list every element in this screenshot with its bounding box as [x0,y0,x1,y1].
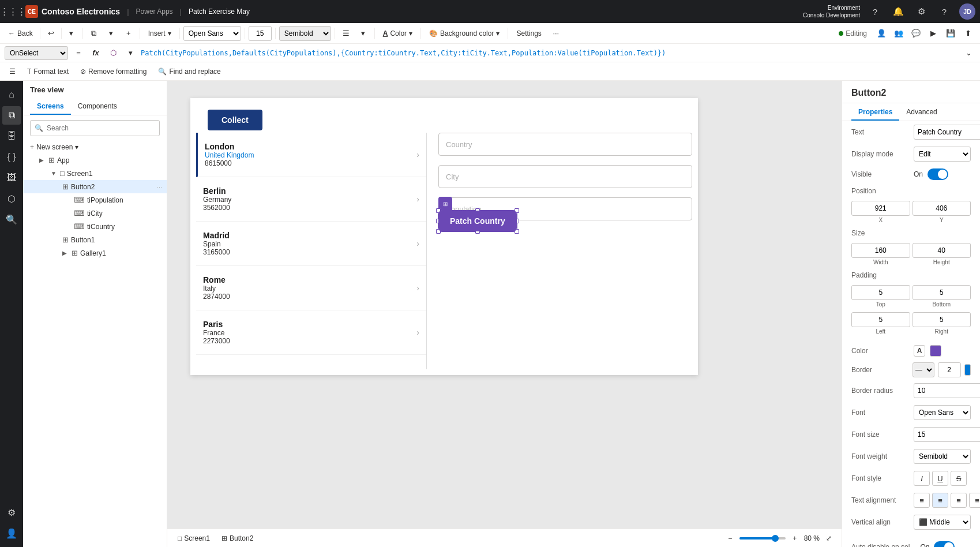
tab-advanced[interactable]: Advanced [899,103,944,121]
pad-left-input[interactable] [851,312,910,327]
align-justify-button[interactable]: ≡ [969,493,980,508]
bg-color-button[interactable]: 🎨 Background color ▾ [425,27,504,40]
save-icon[interactable]: 💾 [943,26,958,41]
vertical-align-select[interactable]: ⬛ Middle [914,515,971,530]
bottom-screen1[interactable]: □ Screen1 [174,533,213,544]
property-select[interactable]: OnSelect [5,46,68,60]
tree-search-input[interactable] [30,120,160,136]
pad-right-input[interactable] [913,312,971,327]
collect-button[interactable]: Collect [208,110,262,130]
pos-y-input[interactable] [913,201,971,216]
list-item-london[interactable]: London United Kingdom 8615000 › [196,133,426,177]
undo-button[interactable]: ↩ [44,26,59,41]
list-item-madrid[interactable]: Madrid Spain 3165000 › [196,222,426,266]
align-left-button[interactable]: ≡ [914,493,930,508]
zoom-slider-thumb[interactable] [772,535,779,542]
list-item-berlin[interactable]: Berlin Germany 3562000 › [196,177,426,222]
play-icon[interactable]: ▶ [926,26,941,41]
zoom-slider[interactable] [739,537,786,539]
width-input[interactable] [851,243,910,258]
underline-button[interactable]: U [932,471,948,486]
align-dropdown[interactable]: ▾ [356,26,371,41]
formula-input[interactable] [141,46,958,60]
align-center-button[interactable]: ≡ [932,493,948,508]
question-icon[interactable]: ? [936,3,952,20]
tree-item-ticity[interactable]: ⌨ tiCity [23,207,167,220]
undo-dropdown[interactable]: ▾ [64,26,79,41]
copy-button[interactable]: ⧉ [87,26,102,41]
color-swatch-btn[interactable] [930,345,941,357]
home-icon[interactable]: ⌂ [2,85,21,104]
media-icon[interactable]: 🖼 [2,168,21,187]
display-mode-select[interactable]: Edit [914,147,971,162]
formula-expand[interactable]: ⌄ [962,46,975,60]
align-right-button[interactable]: ≡ [951,493,967,508]
avatar[interactable]: JD [959,3,975,20]
color-button[interactable]: A Color ▾ [378,27,417,40]
account-left-icon[interactable]: 👤 [2,524,21,542]
height-input[interactable] [913,243,971,258]
border-radius-input[interactable] [914,383,980,398]
pos-x-input[interactable] [851,201,910,216]
tree-item-ticountry[interactable]: ⌨ tiCountry [23,220,167,233]
tree-item-screen1[interactable]: ▼ □ Screen1 [23,167,167,180]
tree-item-gallery1[interactable]: ▶ ⊞ Gallery1 [23,246,167,260]
add-button[interactable]: + [121,26,136,41]
settings-icon[interactable]: ⚙ [913,3,929,20]
strikethrough-button[interactable]: S [951,471,967,486]
variables-icon[interactable]: { } [2,148,21,166]
find-replace-button[interactable]: 🔍 Find and replace [153,65,225,78]
back-button[interactable]: ← Back [5,27,36,40]
tree-item-tipopulation[interactable]: ⌨ tiPopulation [23,193,167,207]
insert-button[interactable]: Insert ▾ [144,27,176,40]
tree-item-app[interactable]: ▶ ⊞ App [23,153,167,167]
settings-left-icon[interactable]: ⚙ [2,503,21,522]
font-prop-select[interactable]: Open Sans [914,405,971,420]
people-icon[interactable]: 👥 [891,26,906,41]
grid-icon[interactable]: ⋮⋮⋮ [5,3,21,20]
new-screen-button[interactable]: + New screen ▾ [23,141,167,153]
tab-components[interactable]: Components [71,99,124,115]
person-icon[interactable]: 👤 [874,26,889,41]
tab-properties[interactable]: Properties [851,103,899,121]
bottom-button2[interactable]: ⊞ Button2 [218,533,257,544]
format-text-button[interactable]: T Format text [22,65,73,78]
zoom-out-button[interactable]: − [724,533,736,544]
patch-country-button[interactable]: Patch Country [438,211,517,231]
font-size-input[interactable] [249,26,272,41]
tree-item-button1[interactable]: ⊞ Button1 [23,233,167,246]
button2-more[interactable]: ··· [157,183,162,190]
tab-screens[interactable]: Screens [30,99,71,115]
font-size-prop-input[interactable] [914,427,980,442]
text-prop-input[interactable] [914,125,980,140]
border-style-select[interactable]: — [913,362,934,377]
border-width-input[interactable] [938,362,961,377]
font-weight-select[interactable]: Semibold [279,26,331,41]
layers-icon[interactable]: ⧉ [2,106,21,125]
auto-disable-toggle[interactable] [934,541,955,547]
components-icon[interactable]: ⬡ [2,189,21,208]
tree-item-button2[interactable]: ⊞ Button2 ··· [23,180,167,193]
italic-button[interactable]: I [914,471,930,486]
fit-screen-button[interactable]: ⤢ [823,533,835,544]
more-options[interactable]: ··· [549,26,564,41]
visible-toggle[interactable] [928,168,948,180]
pad-top-input[interactable] [851,285,910,300]
remove-formatting-button[interactable]: ⊘ Remove formatting [76,65,151,78]
notification-icon[interactable]: 🔔 [890,3,906,20]
zoom-in-button[interactable]: + [789,533,801,544]
font-weight-prop-select[interactable]: Semibold [914,449,971,464]
equals-icon[interactable]: = [72,46,85,60]
data-icon[interactable]: 🗄 [2,127,21,145]
list-item-paris[interactable]: Paris France 2273000 › [196,310,426,355]
tree-view-toggle[interactable]: ☰ [5,65,20,78]
align-icon[interactable]: ☰ [339,26,354,41]
settings-button[interactable]: Settings [512,27,546,40]
help-icon[interactable]: ? [867,3,883,20]
publish-icon[interactable]: ⬆ [960,26,975,41]
city-input[interactable]: City [438,165,692,188]
fx-icon[interactable]: fx [89,46,103,60]
search-left-icon[interactable]: 🔍 [2,210,21,228]
pad-bottom-input[interactable] [913,285,971,300]
font-family-select[interactable]: Open Sans [183,26,241,41]
